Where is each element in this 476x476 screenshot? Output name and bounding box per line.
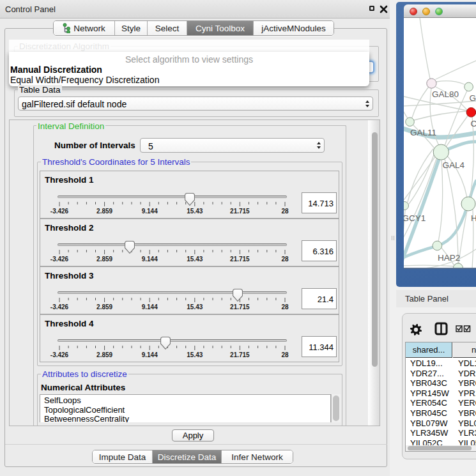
svg-text:G.: G. <box>470 93 476 103</box>
svg-text:HAP2: HAP2 <box>438 253 460 263</box>
svg-text:C: C <box>471 119 476 128</box>
svg-text:GAL80: GAL80 <box>432 89 459 99</box>
svg-text:H: H <box>471 213 476 223</box>
svg-text:GAL4: GAL4 <box>443 160 465 170</box>
svg-text:GCY1: GCY1 <box>404 213 426 223</box>
svg-text:GAL11: GAL11 <box>410 128 436 137</box>
